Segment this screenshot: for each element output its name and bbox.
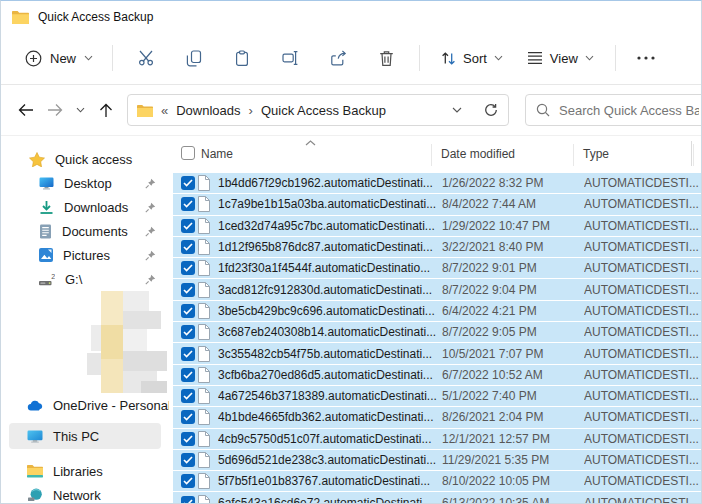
row-checkbox[interactable] [181,240,195,254]
row-checkbox[interactable] [181,496,195,504]
sidebar-item-label: This PC [53,429,99,444]
address-bar[interactable]: « Downloads › Quick Access Backup [127,94,509,126]
row-checkbox[interactable] [181,283,195,297]
column-header-date-modified[interactable]: Date modified [441,147,515,161]
refresh-button[interactable] [478,97,504,123]
breadcrumb-overflow[interactable]: « [161,103,168,118]
scrollbar[interactable] [691,141,692,166]
row-checkbox[interactable] [181,347,195,361]
select-all-checkbox[interactable] [181,146,195,160]
file-type: AUTOMATICDESTI... [584,219,701,233]
breadcrumb-downloads[interactable]: Downloads [176,103,240,118]
share-button[interactable] [314,40,362,76]
rename-button[interactable] [266,40,314,76]
file-row[interactable]: 3acd812fc912830d.automaticDestinati... 8… [173,279,701,299]
row-checkbox[interactable] [181,368,195,382]
file-name: 1b4dd67f29cb1962.automaticDestinati... [218,176,442,190]
file-row[interactable]: 3be5cb429bc9c696.automaticDestinati... 6… [173,301,701,321]
rename-icon [282,50,299,66]
cut-button[interactable] [122,40,170,76]
chevron-down-icon [494,55,503,61]
back-button[interactable] [11,95,40,125]
file-row[interactable]: 1ced32d74a95c7bc.automaticDestinati... 1… [173,216,701,236]
file-row[interactable]: 3c355482cb54f75b.automaticDestinati... 1… [173,343,701,363]
row-checkbox[interactable] [181,453,195,467]
file-row[interactable]: 1b4dd67f29cb1962.automaticDestinati... 1… [173,173,701,193]
star-icon [29,152,45,167]
sidebar-item-quick-access[interactable]: Quick access [1,147,169,171]
search-input[interactable] [559,103,699,118]
window-title: Quick Access Backup [38,10,153,24]
row-checkbox[interactable] [181,389,195,403]
sidebar-item-label: Quick access [55,152,132,167]
search-icon [536,103,550,117]
file-type: AUTOMATICDESTI... [584,453,701,467]
sidebar-item-desktop[interactable]: Desktop [1,171,169,195]
file-row[interactable]: 1c7a9be1b15a03ba.automaticDestinati... 8… [173,194,701,214]
file-row[interactable]: 4cb9c5750d51c07f.automaticDestinati... 1… [173,429,701,449]
file-name: 3c687eb240308b14.automaticDestinati... [218,325,442,339]
search-box[interactable] [525,94,702,126]
row-checkbox[interactable] [181,219,195,233]
address-dropdown-button[interactable] [444,97,470,123]
row-checkbox[interactable] [181,176,195,190]
file-name: 3c355482cb54f75b.automaticDestinati... [218,347,442,361]
toolbar-divider [419,45,420,71]
sidebar-item-downloads[interactable]: Downloads [1,195,169,219]
delete-button[interactable] [362,40,410,76]
column-divider[interactable] [573,144,574,166]
file-row[interactable]: 1fd23f30a1f4544f.automaticDestinatio... … [173,258,701,278]
sidebar-item-this-pc[interactable]: This PC [9,423,161,449]
file-row[interactable]: 5f7b5f1e01b83767.automaticDestinati... 8… [173,471,701,491]
row-checkbox[interactable] [181,304,195,318]
file-list-pane: Name Date modified Type [169,136,701,504]
file-row[interactable]: 6afc543a16cd6e72.automaticDestinati... 6… [173,492,701,504]
row-checkbox[interactable] [181,474,195,488]
file-type: AUTOMATICDESTI... [584,283,701,297]
file-date-modified: 6/4/2022 4:21 PM [442,304,584,318]
see-more-button[interactable] [625,52,667,64]
sort-button[interactable]: Sort [429,43,515,74]
column-divider[interactable] [431,144,432,166]
row-checkbox[interactable] [181,197,195,211]
file-row[interactable]: 3c687eb240308b14.automaticDestinati... 8… [173,322,701,342]
file-icon [197,473,218,489]
file-date-modified: 8/4/2022 7:44 AM [442,197,584,211]
sidebar-item-pictures[interactable]: Pictures [1,243,169,267]
file-explorer-window: Quick Access Backup New [0,0,702,504]
up-button[interactable] [91,95,120,125]
file-row[interactable]: 3cfb6ba270ed86d5.automaticDestinati... 6… [173,365,701,385]
breadcrumb-current-folder[interactable]: Quick Access Backup [261,103,386,118]
sidebar-item-network[interactable]: Network [1,483,169,504]
sidebar-item-label: Pictures [63,248,110,263]
file-date-modified: 6/7/2022 10:52 AM [442,368,584,382]
row-checkbox[interactable] [181,410,195,424]
column-header-type[interactable]: Type [583,147,609,161]
redacted-block [101,359,123,393]
copy-button[interactable] [170,40,218,76]
row-checkbox[interactable] [181,325,195,339]
row-checkbox[interactable] [181,432,195,446]
file-row[interactable]: 4a672546b3718389.automaticDestinati... 5… [173,386,701,406]
file-row[interactable]: 1d12f965b876dc87.automaticDestinati... 3… [173,237,701,257]
paste-button[interactable] [218,40,266,76]
sidebar-item-documents[interactable]: Documents [1,219,169,243]
sidebar-item-g-drive[interactable]: 2 G:\ [1,267,169,291]
column-divider[interactable] [693,144,694,166]
new-button[interactable]: New [15,43,103,74]
recent-locations-button[interactable] [69,95,91,125]
column-header-name[interactable]: Name [201,147,233,161]
view-button[interactable]: View [515,43,606,74]
sidebar-item-onedrive[interactable]: OneDrive - Personal [1,393,169,417]
forward-button[interactable] [40,95,69,125]
file-date-modified: 10/5/2021 7:07 PM [442,347,584,361]
file-type: AUTOMATICDESTI... [584,496,701,504]
file-type: AUTOMATICDESTI... [584,474,701,488]
file-row[interactable]: 4b1bde4665fdb362.automaticDestinati... 8… [173,407,701,427]
sidebar-item-libraries[interactable]: Libraries [1,459,169,483]
row-checkbox[interactable] [181,261,195,275]
file-date-modified: 1/26/2022 8:32 PM [442,176,584,190]
navigation-bar: « Downloads › Quick Access Backup [1,85,701,136]
pin-icon [145,250,156,261]
file-row[interactable]: 5d696d521de238c3.automaticDestinati... 1… [173,450,701,470]
